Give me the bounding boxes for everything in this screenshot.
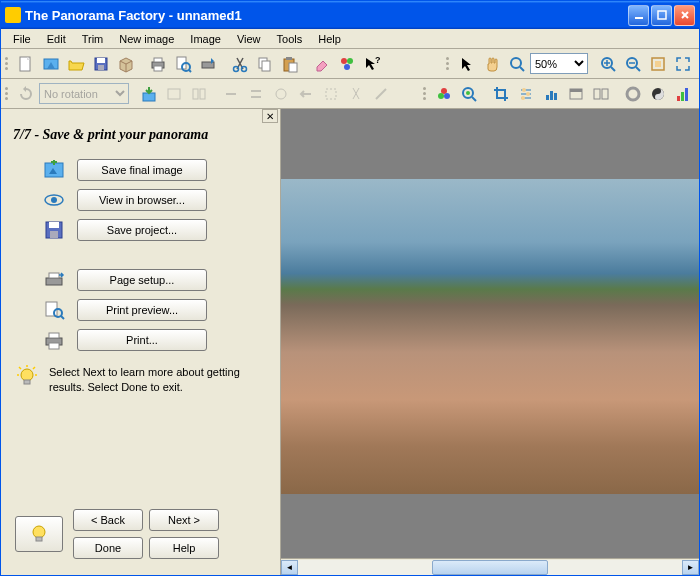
svg-point-37 <box>444 93 450 99</box>
menu-tools[interactable]: Tools <box>269 31 311 47</box>
histogram-icon[interactable] <box>671 82 695 106</box>
hand-icon[interactable] <box>480 52 504 76</box>
toolbar-grip[interactable] <box>5 82 11 106</box>
svg-rect-71 <box>36 537 42 541</box>
cut-icon[interactable] <box>228 52 252 76</box>
menu-image[interactable]: Image <box>182 31 229 47</box>
panel-close-icon[interactable]: ✕ <box>262 109 278 123</box>
tool-a-icon[interactable] <box>162 82 186 106</box>
scroll-left-icon[interactable]: ◄ <box>281 560 298 575</box>
save-project-button[interactable]: Save project... <box>77 219 207 241</box>
print-preview-button[interactable]: Print preview... <box>77 299 207 321</box>
svg-rect-32 <box>200 89 205 99</box>
svg-point-21 <box>347 58 353 64</box>
help-cursor-icon[interactable]: ? <box>360 52 384 76</box>
page-setup-icon[interactable] <box>196 52 220 76</box>
save-icon[interactable] <box>89 52 113 76</box>
color-picker-icon[interactable] <box>335 52 359 76</box>
menu-file[interactable]: File <box>5 31 39 47</box>
eye-icon <box>41 188 67 212</box>
svg-rect-61 <box>46 278 62 285</box>
maximize-button[interactable] <box>651 5 672 26</box>
fullscreen-icon[interactable] <box>671 52 695 76</box>
svg-rect-69 <box>24 380 30 384</box>
menu-trim[interactable]: Trim <box>74 31 112 47</box>
menu-help[interactable]: Help <box>310 31 349 47</box>
back-button[interactable]: < Back <box>73 509 143 531</box>
save-final-image-button[interactable]: Save final image <box>77 159 207 181</box>
pointer-icon[interactable] <box>455 52 479 76</box>
view-in-browser-button[interactable]: View in browser... <box>77 189 207 211</box>
tool-f-icon[interactable] <box>294 82 318 106</box>
minimize-button[interactable] <box>628 5 649 26</box>
svg-rect-53 <box>681 92 684 101</box>
zoom-in-icon[interactable] <box>596 52 620 76</box>
print-button[interactable]: Print... <box>77 329 207 351</box>
package-icon[interactable] <box>114 52 138 76</box>
copy-icon[interactable] <box>253 52 277 76</box>
menu-view[interactable]: View <box>229 31 269 47</box>
tool-d-icon[interactable] <box>244 82 268 106</box>
svg-point-33 <box>276 89 286 99</box>
svg-rect-45 <box>554 93 557 100</box>
levels-icon[interactable] <box>539 82 563 106</box>
window-b-icon[interactable] <box>589 82 613 106</box>
svg-rect-28 <box>655 61 661 67</box>
svg-rect-9 <box>154 66 162 71</box>
close-button[interactable] <box>674 5 695 26</box>
hue-icon[interactable] <box>621 82 645 106</box>
svg-rect-30 <box>168 89 180 99</box>
scroll-thumb[interactable] <box>432 560 547 575</box>
viewer-canvas[interactable] <box>281 109 699 558</box>
toolbar-grip[interactable] <box>423 82 429 106</box>
rotation-select[interactable]: No rotation <box>39 83 129 104</box>
eraser-icon[interactable] <box>310 52 334 76</box>
zoom-out-icon[interactable] <box>621 52 645 76</box>
fit-window-icon[interactable] <box>646 52 670 76</box>
window-a-icon[interactable] <box>564 82 588 106</box>
wizard-icon[interactable] <box>39 52 63 76</box>
svg-point-20 <box>341 58 347 64</box>
new-icon[interactable] <box>14 52 38 76</box>
yinyang-icon[interactable] <box>646 82 670 106</box>
inspect-icon[interactable] <box>457 82 481 106</box>
scroll-track[interactable] <box>298 560 682 575</box>
rgb-icon[interactable] <box>432 82 456 106</box>
svg-point-22 <box>344 64 350 70</box>
toolbar-main: ? 50% <box>1 49 699 79</box>
tool-e-icon[interactable] <box>269 82 293 106</box>
open-icon[interactable] <box>64 52 88 76</box>
svg-rect-52 <box>677 96 680 101</box>
page-setup-button[interactable]: Page setup... <box>77 269 207 291</box>
import-icon[interactable] <box>137 82 161 106</box>
rotate-icon[interactable] <box>14 82 38 106</box>
tool-b-icon[interactable] <box>187 82 211 106</box>
svg-rect-18 <box>286 57 292 60</box>
scroll-right-icon[interactable]: ► <box>682 560 699 575</box>
adjust-tool-icon[interactable] <box>514 82 538 106</box>
paste-icon[interactable] <box>278 52 302 76</box>
tool-h-icon[interactable] <box>344 82 368 106</box>
hints-toggle-button[interactable] <box>15 516 63 552</box>
zoom-icon[interactable] <box>505 52 529 76</box>
horizontal-scrollbar[interactable]: ◄ ► <box>281 558 699 575</box>
svg-point-70 <box>33 526 45 538</box>
zoom-select[interactable]: 50% <box>530 53 588 74</box>
tool-i-icon[interactable] <box>369 82 393 106</box>
next-button[interactable]: Next > <box>149 509 219 531</box>
crop-icon[interactable] <box>489 82 513 106</box>
tool-c-icon[interactable] <box>219 82 243 106</box>
menu-edit[interactable]: Edit <box>39 31 74 47</box>
print-preview-icon <box>41 298 67 322</box>
svg-rect-16 <box>262 61 270 71</box>
toolbar-grip[interactable] <box>446 52 452 76</box>
print-icon[interactable] <box>146 52 170 76</box>
tool-g-icon[interactable] <box>319 82 343 106</box>
titlebar: The Panorama Factory - unnamed1 <box>1 1 699 29</box>
toolbar-grip[interactable] <box>5 52 11 76</box>
print-preview-icon[interactable] <box>171 52 195 76</box>
done-button[interactable]: Done <box>73 537 143 559</box>
help-button[interactable]: Help <box>149 537 219 559</box>
wizard-panel: ✕ 7/7 - Save & print your panorama Save … <box>1 109 281 575</box>
menu-new-image[interactable]: New image <box>111 31 182 47</box>
